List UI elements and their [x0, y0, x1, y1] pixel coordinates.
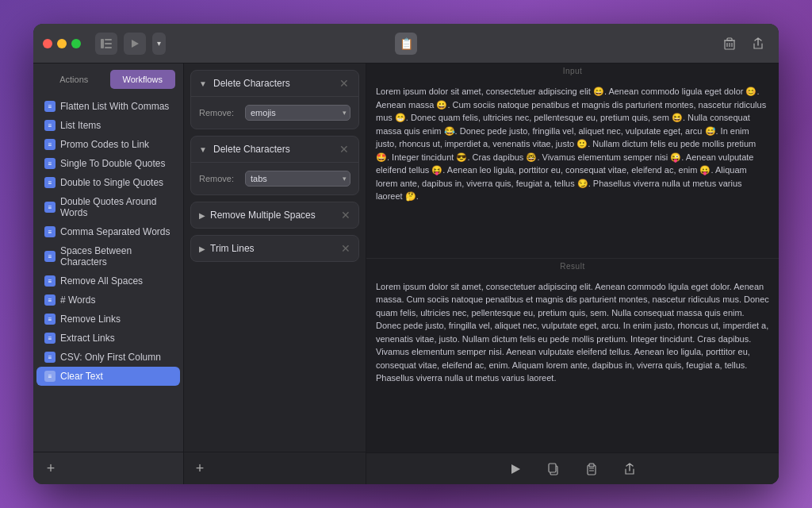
list-item[interactable]: ≡ Remove Links: [36, 310, 180, 329]
item-icon: ≡: [44, 139, 56, 150]
result-label: Result: [366, 259, 779, 274]
add-block-button[interactable]: +: [190, 459, 209, 478]
sidebar-toggle-icon[interactable]: [95, 33, 117, 55]
add-workflow-button[interactable]: +: [41, 459, 60, 478]
block-close-4[interactable]: ✕: [341, 242, 350, 255]
item-icon: ≡: [44, 352, 56, 363]
block-close-3[interactable]: ✕: [341, 209, 350, 221]
input-section: Input Lorem ipsum dolor sit amet, consec…: [366, 64, 779, 259]
titlebar-center: 📋: [395, 33, 417, 55]
titlebar: ▾ 📋: [33, 24, 779, 64]
block-title-3: Remove Multiple Spaces: [210, 210, 336, 221]
item-icon: ≡: [44, 226, 56, 237]
input-label: Input: [366, 64, 779, 79]
traffic-lights: [43, 39, 81, 48]
item-label: CSV: Only First Column: [60, 352, 161, 363]
chevron-right-icon: ▶: [199, 211, 205, 220]
block-title-1: Delete Characters: [213, 78, 333, 89]
svg-rect-13: [549, 464, 556, 472]
close-button[interactable]: [43, 39, 52, 48]
svg-rect-0: [101, 39, 104, 48]
main-window: ▾ 📋: [33, 24, 779, 484]
list-item[interactable]: ≡ CSV: Only First Column: [36, 348, 180, 367]
item-icon: ≡: [44, 314, 56, 325]
list-item[interactable]: ≡ Single To Double Quotes: [36, 154, 180, 173]
block-title-2: Delete Characters: [213, 144, 333, 155]
block-close-1[interactable]: ✕: [338, 77, 350, 90]
minimize-button[interactable]: [57, 39, 67, 48]
play-icon[interactable]: [124, 33, 146, 55]
list-item[interactable]: ≡ Promo Codes to Link: [36, 135, 180, 154]
list-item[interactable]: ≡ Double Quotes Around Words: [36, 192, 180, 222]
svg-rect-3: [105, 47, 112, 48]
item-label: Double Quotes Around Words: [60, 196, 172, 218]
workflow-block-4[interactable]: ▶ Trim Lines ✕: [190, 235, 359, 262]
form-label-1: Remove:: [199, 108, 239, 117]
workflow-block-1: ▼ Delete Characters ✕ Remove: emojis tab…: [190, 70, 359, 129]
list-item-selected[interactable]: ≡ Clear Text: [36, 367, 180, 386]
item-label: Promo Codes to Link: [60, 139, 149, 150]
remove-select-1[interactable]: emojis tabs newlines spaces: [245, 105, 350, 121]
list-item[interactable]: ≡ Double to Single Quotes: [36, 173, 180, 192]
item-icon: ≡: [44, 275, 56, 287]
select-wrapper-1: emojis tabs newlines spaces ▾: [245, 105, 350, 121]
tab-actions[interactable]: Actions: [41, 70, 107, 89]
workflow-block-body-2: Remove: emojis tabs newlines spaces ▾: [191, 162, 358, 194]
item-label: Extract Links: [60, 333, 115, 344]
copy-input-button[interactable]: [542, 458, 565, 480]
workflow-block-header-2[interactable]: ▼ Delete Characters ✕: [191, 137, 358, 162]
workflow-block-3[interactable]: ▶ Remove Multiple Spaces ✕: [190, 202, 359, 229]
item-label: Flatten List With Commas: [60, 101, 169, 112]
chevron-right-icon: ▶: [199, 244, 205, 253]
run-button[interactable]: [504, 458, 527, 480]
select-wrapper-2: emojis tabs newlines spaces ▾: [245, 171, 350, 187]
list-item[interactable]: ≡ Spaces Between Characters: [36, 241, 180, 271]
item-label: Double to Single Quotes: [60, 177, 163, 188]
tab-workflows[interactable]: Workflows: [110, 70, 176, 89]
titlebar-tools: ▾: [95, 33, 166, 55]
clipboard-icon: 📋: [395, 33, 417, 55]
item-icon: ≡: [44, 333, 56, 344]
middle-bottom: +: [184, 452, 366, 484]
list-item[interactable]: ≡ # Words: [36, 291, 180, 310]
maximize-button[interactable]: [71, 39, 81, 48]
workflow-block-body-1: Remove: emojis tabs newlines spaces ▾: [191, 96, 358, 129]
block-close-2[interactable]: ✕: [338, 143, 350, 156]
svg-rect-1: [105, 39, 112, 40]
item-icon: ≡: [44, 101, 56, 112]
form-label-2: Remove:: [199, 174, 239, 183]
share-result-button[interactable]: [619, 458, 641, 480]
item-label: Single To Double Quotes: [60, 158, 166, 169]
sidebar: Actions Workflows ≡ Flatten List With Co…: [33, 64, 184, 484]
workflow-block-header-1[interactable]: ▼ Delete Characters ✕: [191, 71, 358, 96]
trash-icon[interactable]: [718, 33, 741, 55]
right-panel: Input Lorem ipsum dolor sit amet, consec…: [366, 64, 779, 484]
item-label: Comma Separated Words: [60, 226, 170, 237]
list-item[interactable]: ≡ List Items: [36, 116, 180, 135]
item-label: Spaces Between Characters: [60, 245, 172, 267]
share-icon[interactable]: [747, 33, 769, 55]
form-row-1: Remove: emojis tabs newlines spaces ▾: [199, 105, 350, 121]
paste-button[interactable]: [580, 458, 603, 480]
middle-panel: ▼ Delete Characters ✕ Remove: emojis tab…: [184, 64, 366, 484]
sidebar-list: ≡ Flatten List With Commas ≡ List Items …: [33, 94, 183, 452]
list-item[interactable]: ≡ Remove All Spaces: [36, 271, 180, 291]
item-label: Remove All Spaces: [60, 275, 143, 287]
chevron-down-icon: ▼: [199, 145, 209, 154]
item-label: Clear Text: [60, 371, 103, 382]
block-title-4: Trim Lines: [210, 243, 336, 254]
remove-select-2[interactable]: emojis tabs newlines spaces: [245, 171, 350, 187]
dropdown-arrow[interactable]: ▾: [152, 33, 166, 55]
result-section: Result Lorem ipsum dolor sit amet, conse…: [366, 259, 779, 453]
list-item[interactable]: ≡ Extract Links: [36, 329, 180, 348]
right-bottom-toolbar: [366, 452, 779, 484]
result-text: Lorem ipsum dolor sit amet, consectetuer…: [366, 274, 779, 453]
list-item[interactable]: ≡ Flatten List With Commas: [36, 97, 180, 116]
svg-rect-15: [589, 464, 594, 467]
item-icon: ≡: [44, 177, 56, 188]
input-text[interactable]: Lorem ipsum dolor sit amet, consectetuer…: [366, 79, 779, 258]
svg-rect-2: [105, 43, 112, 44]
workflow-blocks: ▼ Delete Characters ✕ Remove: emojis tab…: [184, 64, 366, 452]
svg-marker-11: [511, 464, 520, 474]
list-item[interactable]: ≡ Comma Separated Words: [36, 222, 180, 241]
